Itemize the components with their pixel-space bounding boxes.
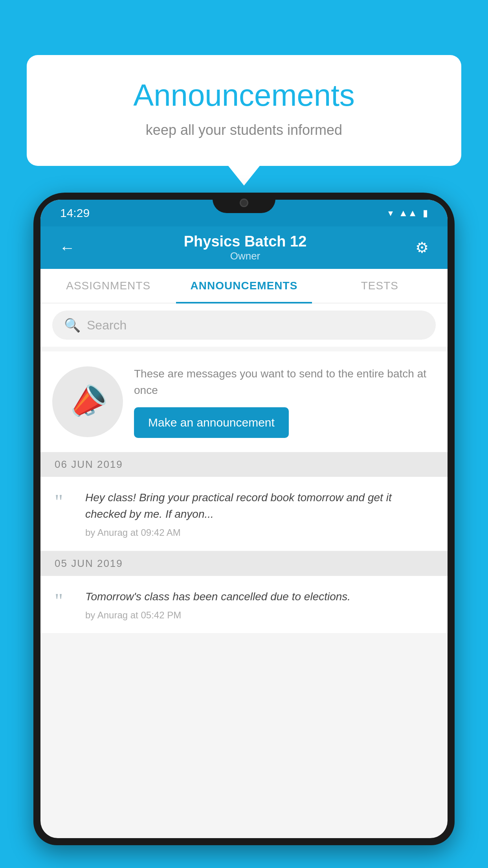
app-header: ← Physics Batch 12 Owner ⚙	[40, 226, 448, 269]
search-placeholder: Search	[87, 318, 127, 333]
speech-bubble-title: Announcements	[58, 79, 430, 112]
announcement-text-2: Tomorrow's class has been cancelled due …	[85, 588, 433, 605]
speech-bubble-arrow	[228, 166, 260, 186]
announcement-content-1: Hey class! Bring your practical record b…	[85, 489, 433, 538]
megaphone-circle: 📣	[52, 366, 123, 437]
announcement-promo: 📣 These are messages you want to send to…	[40, 351, 448, 452]
tab-assignments[interactable]: ASSIGNMENTS	[40, 269, 176, 303]
speech-bubble-subtitle: keep all your students informed	[58, 122, 430, 138]
announcement-content-2: Tomorrow's class has been cancelled due …	[85, 588, 433, 621]
back-button[interactable]: ←	[59, 239, 75, 257]
megaphone-icon: 📣	[63, 378, 112, 426]
announcement-text-1: Hey class! Bring your practical record b…	[85, 489, 433, 522]
announcement-item-2[interactable]: " Tomorrow's class has been cancelled du…	[40, 576, 448, 634]
search-icon: 🔍	[64, 317, 81, 333]
signal-icon: ▲▲	[398, 208, 417, 219]
tabs-bar: ASSIGNMENTS ANNOUNCEMENTS TESTS	[40, 269, 448, 303]
quote-icon-2: "	[55, 591, 74, 611]
announcement-item-1[interactable]: " Hey class! Bring your practical record…	[40, 477, 448, 551]
promo-right: These are messages you want to send to t…	[134, 366, 436, 438]
header-subtitle: Owner	[75, 250, 415, 262]
header-center: Physics Batch 12 Owner	[75, 233, 415, 262]
tab-announcements[interactable]: ANNOUNCEMENTS	[176, 269, 312, 303]
front-camera	[240, 200, 248, 207]
announcement-meta-1: by Anurag at 09:42 AM	[85, 527, 433, 538]
phone-mockup: 14:29 ▾ ▲▲ ▮ ← Physics Batch 12 Owner ⚙	[33, 193, 455, 868]
quote-icon-1: "	[55, 492, 74, 512]
status-time: 14:29	[60, 206, 90, 220]
promo-description: These are messages you want to send to t…	[134, 366, 436, 399]
battery-icon: ▮	[423, 208, 428, 219]
settings-icon[interactable]: ⚙	[415, 239, 429, 256]
speech-bubble-card: Announcements keep all your students inf…	[27, 55, 461, 166]
tab-tests[interactable]: TESTS	[312, 269, 448, 303]
phone-screen: 14:29 ▾ ▲▲ ▮ ← Physics Batch 12 Owner ⚙	[40, 200, 448, 838]
screen-content: 🔍 Search 📣 These are messages you want t…	[40, 303, 448, 634]
phone-notch	[213, 200, 275, 213]
announcement-meta-2: by Anurag at 05:42 PM	[85, 610, 433, 621]
date-separator-1: 06 JUN 2019	[40, 452, 448, 477]
wifi-icon: ▾	[388, 208, 393, 219]
search-bar[interactable]: 🔍 Search	[52, 311, 436, 340]
header-title: Physics Batch 12	[75, 233, 415, 250]
search-container: 🔍 Search	[40, 303, 448, 347]
speech-bubble-section: Announcements keep all your students inf…	[27, 55, 461, 186]
phone-frame: 14:29 ▾ ▲▲ ▮ ← Physics Batch 12 Owner ⚙	[33, 193, 455, 845]
status-icons: ▾ ▲▲ ▮	[388, 208, 428, 219]
date-separator-2: 05 JUN 2019	[40, 551, 448, 576]
make-announcement-button[interactable]: Make an announcement	[134, 407, 289, 438]
